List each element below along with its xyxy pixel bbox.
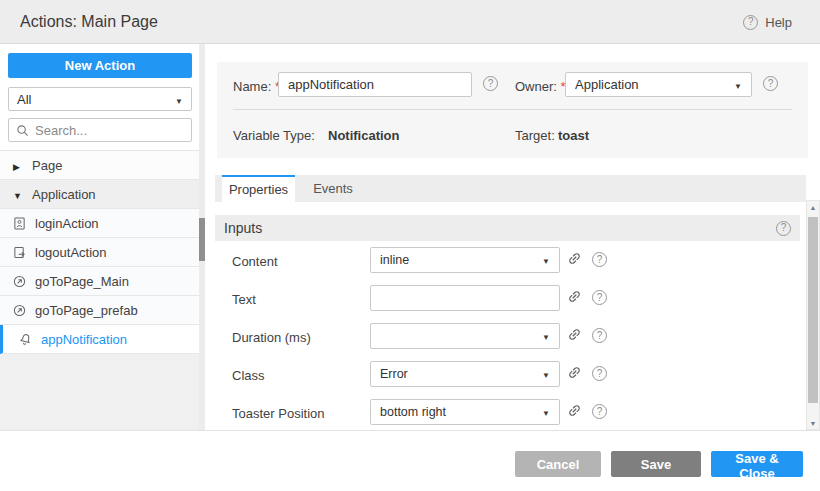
owner-value: Application (575, 77, 734, 92)
content-scrollbar-thumb[interactable] (808, 217, 818, 403)
help-icon (743, 15, 758, 30)
tree-item-label: appNotification (41, 332, 127, 347)
tab-properties[interactable]: Properties (222, 175, 295, 202)
save-button[interactable]: Save (611, 451, 701, 477)
action-meta-panel: Name: * Owner: * Application Variable Ty… (217, 62, 808, 158)
tab-events[interactable]: Events (295, 175, 371, 202)
text-label: Text (232, 292, 256, 307)
help-link[interactable]: Help (743, 0, 792, 44)
save-and-close-button[interactable]: Save & Close (711, 451, 803, 477)
tree-group-page[interactable]: Page (0, 151, 200, 180)
duration-binding-link-icon[interactable] (567, 327, 582, 342)
toaster-position-label: Toaster Position (232, 406, 325, 421)
content-binding-link-icon[interactable] (567, 251, 582, 266)
caret-down-icon (175, 92, 183, 107)
content-dropdown[interactable]: inline (370, 247, 560, 273)
tree-item-label: goToPage_Main (35, 274, 129, 289)
input-row-content: Content inline (215, 241, 800, 279)
tree-group-label: Application (32, 187, 96, 202)
content-label: Content (232, 254, 278, 269)
owner-help-icon[interactable] (763, 76, 778, 91)
actions-dialog: Actions: Main Page Help New Action All P… (0, 0, 820, 491)
class-help-icon[interactable] (592, 366, 607, 381)
tree-item-appnotification-selected[interactable]: appNotification (0, 325, 200, 354)
tree-item-label: loginAction (35, 216, 99, 231)
class-label: Class (232, 368, 265, 383)
caret-down-icon (542, 405, 550, 419)
input-row-duration: Duration (ms) (215, 317, 800, 355)
name-help-icon[interactable] (483, 76, 498, 91)
go-to-page-icon (13, 275, 26, 288)
toaster-position-help-icon[interactable] (592, 404, 607, 419)
inputs-section-header: Inputs (215, 215, 800, 241)
notification-bell-icon (19, 333, 32, 346)
expanded-triangle-icon[interactable] (13, 187, 23, 202)
variable-type-label: Variable Type: (233, 128, 315, 143)
class-binding-link-icon[interactable] (567, 365, 582, 380)
inputs-section-title: Inputs (224, 220, 776, 236)
tree-item-gotopage-main[interactable]: goToPage_Main (0, 267, 200, 296)
input-row-toaster-position: Toaster Position bottom right (215, 393, 800, 430)
search-box (8, 118, 192, 142)
meta-divider (233, 109, 792, 110)
tab-spacer (215, 175, 222, 202)
tree-item-loginaction[interactable]: loginAction (0, 209, 200, 238)
class-value: Error (380, 367, 542, 381)
tree-item-label: logoutAction (35, 245, 107, 260)
login-icon (13, 217, 26, 230)
text-help-icon[interactable] (592, 290, 607, 305)
search-input[interactable] (35, 123, 184, 138)
search-icon (16, 124, 29, 137)
dialog-footer: Cancel Save Save & Close (0, 430, 820, 491)
caret-down-icon (542, 253, 550, 267)
content-help-icon[interactable] (592, 252, 607, 267)
tab-bar: Properties Events (215, 175, 806, 202)
collapsed-triangle-icon[interactable] (13, 158, 23, 173)
help-label: Help (765, 15, 792, 30)
tree-item-logoutaction[interactable]: logoutAction (0, 238, 200, 267)
tree-group-application[interactable]: Application (0, 180, 200, 209)
text-input[interactable] (370, 285, 560, 311)
caret-down-icon (734, 77, 742, 92)
logout-icon (13, 246, 26, 259)
duration-help-icon[interactable] (592, 328, 607, 343)
content-scrollbar[interactable]: ▲ ▼ (806, 200, 820, 430)
inputs-help-icon[interactable] (776, 221, 791, 236)
text-binding-link-icon[interactable] (567, 289, 582, 304)
sidebar-scrollbar[interactable] (199, 44, 205, 430)
owner-dropdown[interactable]: Application (565, 72, 752, 97)
filter-value: All (17, 92, 175, 107)
target-label: Target: (515, 128, 555, 143)
scroll-up-icon[interactable]: ▲ (807, 201, 819, 213)
duration-dropdown[interactable] (370, 323, 560, 349)
tree-item-gotopage-prefab[interactable]: goToPage_prefab (0, 296, 200, 325)
page-title: Actions: Main Page (20, 0, 158, 44)
scroll-down-icon[interactable]: ▼ (807, 417, 819, 429)
filter-dropdown[interactable]: All (8, 87, 192, 111)
toaster-position-dropdown[interactable]: bottom right (370, 399, 560, 425)
actions-tree: Page Application loginAction logoutActio… (0, 150, 200, 431)
new-action-button[interactable]: New Action (8, 53, 192, 78)
caret-down-icon (542, 329, 550, 343)
owner-label: Owner: * (515, 79, 566, 94)
cancel-button[interactable]: Cancel (515, 451, 601, 477)
actions-sidebar: New Action All Page Application (0, 44, 200, 430)
toaster-position-value: bottom right (380, 405, 542, 419)
sidebar-scrollbar-thumb[interactable] (199, 218, 205, 261)
tree-group-label: Page (32, 158, 62, 173)
dialog-header: Actions: Main Page Help (0, 0, 820, 44)
input-row-class: Class Error (215, 355, 800, 393)
caret-down-icon (542, 367, 550, 381)
name-input[interactable] (278, 72, 472, 97)
sidebar-empty-area (0, 354, 200, 431)
variable-type-value: Notification (328, 128, 400, 143)
toaster-position-binding-link-icon[interactable] (567, 403, 582, 418)
inputs-panel: Inputs Content inline Text Du (215, 215, 800, 430)
duration-label: Duration (ms) (232, 330, 311, 345)
tree-item-label: goToPage_prefab (35, 303, 138, 318)
go-to-page-icon (13, 304, 26, 317)
class-dropdown[interactable]: Error (370, 361, 560, 387)
content-value: inline (380, 253, 542, 267)
name-label: Name: * (233, 79, 280, 94)
input-row-text: Text (215, 279, 800, 317)
